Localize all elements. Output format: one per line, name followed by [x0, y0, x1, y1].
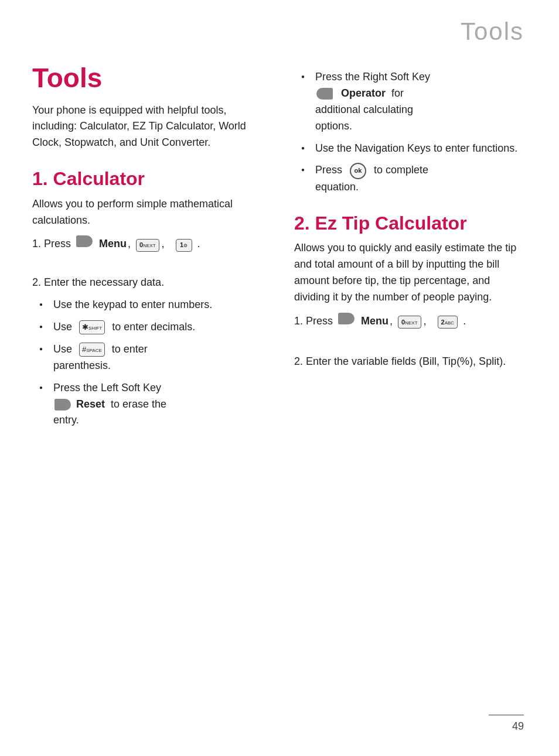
- page-title: Tools: [32, 63, 265, 93]
- operator-bold: Operator: [341, 87, 386, 99]
- calculator-title: 1. Calculator: [32, 167, 265, 190]
- calculator-step1: 1. Press Menu, 0NEXT , 1⚙ .: [32, 235, 265, 269]
- step1-menu: Menu: [99, 236, 127, 252]
- bullet-reset: Press the Left Soft Key Reset to erase t…: [39, 380, 265, 429]
- ez-step2-text: 2. Enter the variable fields (Bill, Tip(…: [294, 354, 506, 370]
- ez-left-soft-key-icon: [338, 313, 355, 324]
- left-soft-key-reset-icon: [54, 399, 71, 411]
- ez-step1-prefix: 1. Press: [294, 313, 336, 330]
- num1-label: 1⚙: [180, 241, 188, 249]
- bullet-keypad: Use the keypad to enter numbers.: [39, 297, 265, 313]
- ez-step1-menu: Menu: [361, 313, 388, 330]
- page-number: 49: [512, 720, 524, 733]
- ok-key: ok: [350, 163, 366, 179]
- ez-next-key: 0NEXT: [398, 316, 421, 329]
- ok-pre: Press: [315, 164, 345, 176]
- bullet-decimals: Use ✱SHIFT to enter decimals.: [39, 319, 265, 336]
- bullet-reset-bold: Reset: [76, 398, 105, 410]
- right-column: Press the Right Soft Key Operator foradd…: [282, 63, 527, 435]
- calculator-description: Allows you to perform simple mathematica…: [32, 196, 265, 229]
- footer-line: [489, 714, 524, 716]
- right-soft-key-pre: Press the Right Soft Key: [315, 71, 430, 83]
- ez-step1: 1. Press Menu, 0NEXT , 2ABC .: [294, 313, 527, 346]
- page-header: Tools: [0, 0, 559, 52]
- bullet-paren-pre: Use: [53, 343, 75, 355]
- num1-key: 1⚙: [176, 239, 192, 252]
- bullet-ok-key: Press ok to completeequation.: [301, 162, 527, 195]
- nav-keys-text: Use the Navigation Keys to enter functio…: [315, 142, 517, 154]
- hash-key: #SPACE: [79, 343, 105, 357]
- step1-content: 1. Press Menu, 0NEXT , 1⚙ .: [32, 235, 200, 269]
- bullet-keypad-text: Use the keypad to enter numbers.: [53, 299, 212, 310]
- hash-key-label: #SPACE: [82, 344, 102, 355]
- left-column: Tools Your phone is equipped with helpfu…: [32, 63, 265, 435]
- next-key-label: 0NEXT: [139, 241, 155, 249]
- ez-tip-description: Allows you to quickly and easily estimat…: [294, 240, 527, 306]
- bullet-right-soft-key: Press the Right Soft Key Operator foradd…: [301, 69, 527, 135]
- page-footer: 49: [35, 714, 524, 733]
- header-title: Tools: [461, 18, 524, 45]
- bullet-decimals-post: to enter decimals.: [112, 321, 195, 333]
- ez-tip-title: 2. Ez Tip Calculator: [294, 212, 527, 234]
- ez-step2: 2. Enter the variable fields (Bill, Tip(…: [294, 354, 527, 370]
- ez-step1-end: .: [460, 313, 466, 330]
- calculator-step2: 2. Enter the necessary data.: [32, 275, 265, 291]
- bullet-nav-keys: Use the Navigation Keys to enter functio…: [301, 141, 527, 157]
- ok-key-label: ok: [355, 166, 362, 176]
- ez-num2-label: 2ABC: [441, 318, 455, 327]
- main-content: Tools Your phone is equipped with helpfu…: [0, 52, 559, 435]
- calculator-bullets: Use the keypad to enter numbers. Use ✱SH…: [39, 297, 265, 429]
- step1-end: .: [195, 236, 200, 252]
- ez-step1-content: 1. Press Menu, 0NEXT , 2ABC .: [294, 313, 466, 346]
- ez-num2-key: 2ABC: [438, 316, 458, 329]
- star-key-label: ✱SHIFT: [82, 321, 102, 333]
- bullet-reset-pre: Press the Left Soft Key: [53, 382, 161, 394]
- step2-text: 2. Enter the necessary data.: [32, 275, 164, 291]
- bullet-parenthesis: Use #SPACE to enterparenthesis.: [39, 341, 265, 374]
- next-key: 0NEXT: [136, 239, 159, 252]
- left-soft-key-icon: [76, 235, 93, 247]
- intro-text: Your phone is equipped with helpful tool…: [32, 102, 265, 152]
- right-soft-key-icon: [316, 88, 333, 100]
- step1-prefix: 1. Press: [32, 236, 74, 252]
- bullet-decimals-pre: Use: [53, 321, 75, 333]
- right-bullets: Press the Right Soft Key Operator foradd…: [301, 69, 527, 196]
- star-key: ✱SHIFT: [79, 320, 105, 334]
- ez-next-key-label: 0NEXT: [401, 318, 417, 327]
